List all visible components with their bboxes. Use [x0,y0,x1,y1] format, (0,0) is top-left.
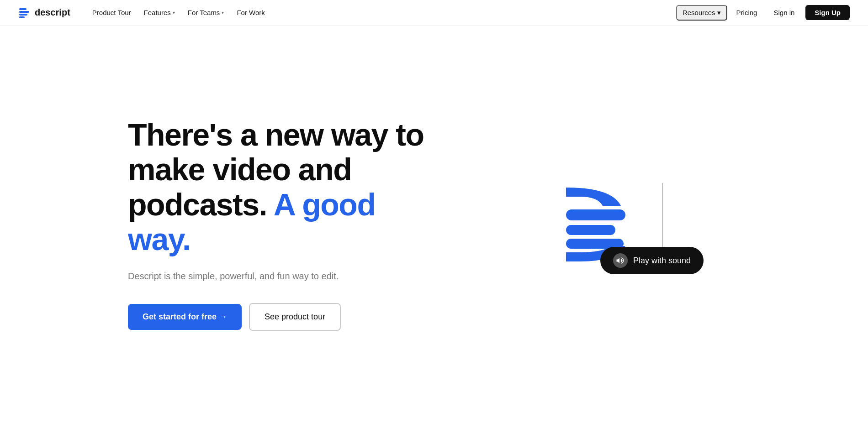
nav-pricing-link[interactable]: Pricing [731,6,763,19]
hero-section: There's a new way tomake video andpodcas… [0,26,868,423]
hero-content: There's a new way tomake video andpodcas… [128,117,439,331]
see-product-tour-button[interactable]: See product tour [249,303,341,331]
nav-right-items: Resources ▾ Pricing Sign in Sign Up [676,5,850,21]
hero-visual: Play with sound [439,110,777,338]
hero-headline: There's a new way tomake video andpodcas… [128,117,439,256]
play-with-sound-button[interactable]: Play with sound [600,247,704,274]
svg-rect-4 [566,209,625,220]
svg-rect-1 [19,11,29,13]
nav-item-features[interactable]: Features ▾ [138,6,180,19]
nav-resources-button[interactable]: Resources ▾ [676,5,727,21]
nav-item-product-tour[interactable]: Product Tour [87,6,137,19]
chevron-down-icon: ▾ [222,10,224,15]
nav-item-for-work[interactable]: For Work [231,6,270,19]
hero-subtext: Descript is the simple, powerful, and fu… [128,269,439,283]
brand-logo[interactable]: descript [18,6,70,19]
sign-in-button[interactable]: Sign in [766,6,802,19]
sign-up-button[interactable]: Sign Up [805,5,850,20]
brand-name: descript [35,7,70,18]
svg-rect-5 [566,225,615,235]
chevron-down-icon: ▾ [717,9,721,17]
speaker-icon [616,256,625,265]
chevron-down-icon: ▾ [173,10,175,15]
svg-rect-3 [19,16,25,18]
svg-rect-2 [19,14,27,16]
hero-headline-accent: A good way. [128,187,375,256]
sound-icon [613,253,628,268]
get-started-button[interactable]: Get started for free → [128,304,242,330]
hero-cta-buttons: Get started for free → See product tour [128,303,439,331]
nav-left-items: Product Tour Features ▾ For Teams ▾ For … [87,6,676,19]
descript-logo-icon [18,6,31,19]
main-nav: descript Product Tour Features ▾ For Tea… [0,0,868,26]
nav-item-for-teams[interactable]: For Teams ▾ [182,6,230,19]
svg-rect-0 [19,8,26,10]
